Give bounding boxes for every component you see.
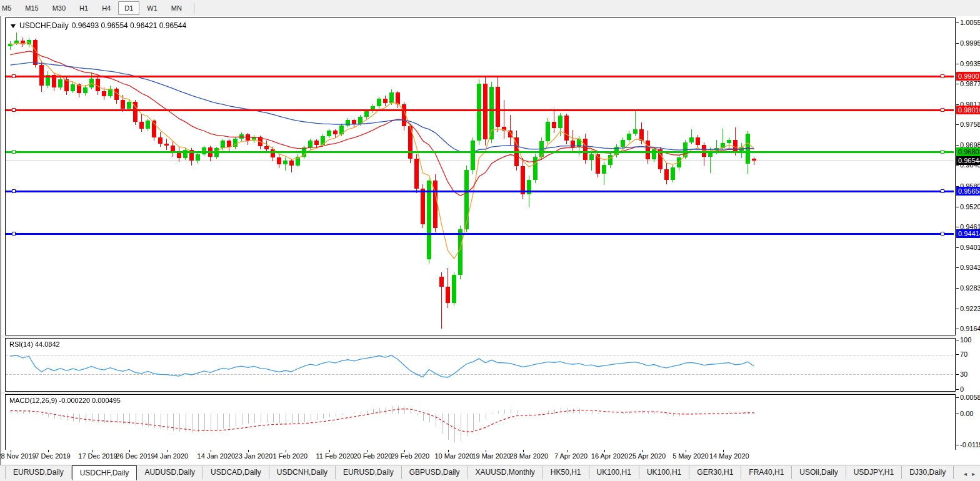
date-axis-label: 11 Feb 2020 — [316, 452, 354, 460]
date-axis-label: 10 Mar 2020 — [434, 452, 473, 460]
price-axis-label: 0.95200 — [960, 203, 980, 211]
price-chart-panel: USDCHF,Daily 0.96493 0.96554 0.96421 0.9… — [5, 17, 956, 335]
date-axis-label: 14 May 2020 — [709, 452, 749, 460]
chart-tab-dj30-daily[interactable]: DJ30,Daily — [902, 466, 954, 479]
tab-scroll-left-icon[interactable]: ◂ — [961, 470, 969, 477]
date-axis-label: 4 Jan 2020 — [154, 452, 188, 460]
price-axis-label: 0.98770 — [960, 80, 980, 88]
timeframe-button-m30[interactable]: M30 — [46, 1, 72, 15]
rsi-axis-label: 30 — [960, 370, 968, 379]
date-axis-label: 29 Feb 2020 — [391, 452, 429, 460]
timeframe-button-m5[interactable]: M5 — [0, 1, 18, 15]
price-axis-label: 0.99955 — [960, 39, 980, 47]
price-axis-label: 0.92830 — [960, 284, 980, 292]
date-axis-label: 7 Apr 2020 — [554, 452, 588, 460]
macd-canvas[interactable] — [6, 395, 954, 449]
hline-price-tag: 0.94414 — [956, 229, 980, 238]
chart-symbol-label: USDCHF,Daily — [19, 21, 69, 30]
rsi-axis-label: 70 — [960, 350, 968, 359]
price-axis-label: 0.99355 — [960, 60, 980, 68]
chart-tab-hk50-h1[interactable]: HK50,H1 — [543, 466, 589, 479]
macd-label: MACD(12,26,9) -0.000220 0.000495 — [9, 397, 121, 404]
price-chart-canvas[interactable] — [6, 18, 954, 334]
hline-price-tag: 0.95658 — [956, 187, 980, 196]
chart-tab-xauusd-monthly[interactable]: XAUUSD,Monthly — [468, 466, 542, 479]
date-axis-label: 25 Apr 2020 — [629, 452, 666, 460]
rsi-axis-label: 100 — [960, 336, 971, 344]
price-axis-label: 0.91645 — [960, 325, 980, 333]
chart-tab-uk100-h1-2[interactable]: UK100,H1 — [639, 466, 689, 479]
chart-tab-usoil-daily[interactable]: USOil,Daily — [792, 466, 846, 479]
chart-tab-fra40-h1[interactable]: FRA40,H1 — [741, 466, 792, 479]
date-axis-label: 19 Mar 2020 — [472, 452, 511, 460]
hline-price-tag: 0.99007 — [956, 72, 980, 81]
chart-tab-uk100-h1-1[interactable]: UK100,H1 — [589, 466, 639, 479]
rsi-label: RSI(14) 44.0842 — [9, 340, 60, 348]
chart-tab-ger30-h1[interactable]: GER30,H1 — [689, 466, 741, 479]
price-axis-label: 0.92230 — [960, 305, 980, 313]
rsi-axis-label: 0 — [960, 385, 964, 394]
timeframe-button-m15[interactable]: M15 — [19, 1, 44, 15]
application-window: M5 M15 M30 H1 H4 D1 W1 MN USDCHF,Daily 0… — [0, 0, 980, 481]
toolbar-separator — [194, 3, 194, 14]
chart-tab-bar: EURUSD,Daily USDCHF,Daily AUDUSD,Daily U… — [0, 465, 980, 481]
chart-tab-gbpusd-daily[interactable]: GBPUSD,Daily — [402, 466, 468, 479]
date-axis-label: 7 Dec 2019 — [35, 452, 70, 460]
macd-axis-label: -0.011514 — [960, 441, 980, 449]
chart-window: USDCHF,Daily 0.96493 0.96554 0.96421 0.9… — [0, 16, 980, 465]
current-price-tag: 0.96544 — [956, 156, 980, 165]
date-axis-label: 16 Apr 2020 — [591, 452, 628, 460]
timeframe-button-w1[interactable]: W1 — [141, 1, 164, 15]
timeframe-button-h1[interactable]: H1 — [73, 1, 94, 15]
date-axis[interactable]: 28 Nov 20197 Dec 201917 Dec 201926 Dec 2… — [5, 450, 980, 465]
symbol-dropdown-icon[interactable] — [11, 24, 16, 28]
tab-scroll-controls: ◂ ▸ — [961, 465, 980, 481]
rsi-canvas[interactable] — [6, 339, 954, 390]
chart-tab-usdcnh-daily[interactable]: USDCNH,Daily — [269, 466, 336, 479]
date-axis-label: 1 Feb 2020 — [272, 452, 308, 460]
chart-title: USDCHF,Daily 0.96493 0.96554 0.96421 0.9… — [9, 21, 186, 30]
price-axis[interactable]: 1.005550.999550.993550.987700.981700.975… — [956, 17, 980, 451]
price-axis-label: 1.00555 — [960, 19, 980, 27]
macd-panel: MACD(12,26,9) -0.000220 0.000495 — [5, 394, 956, 451]
chart-tab-audusd-daily[interactable]: AUDUSD,Daily — [137, 466, 203, 479]
rsi-panel: RSI(14) 44.0842 — [5, 338, 956, 392]
chart-tab-usdcad-daily[interactable]: USDCAD,Daily — [203, 466, 269, 479]
date-axis-label: 14 Jan 2020 — [198, 452, 236, 460]
date-axis-label: 20 Feb 2020 — [353, 452, 392, 460]
date-axis-label: 26 Dec 2019 — [116, 452, 154, 460]
timeframe-button-mn[interactable]: MN — [165, 1, 188, 15]
macd-axis-label: 0.005818 — [960, 394, 980, 402]
date-axis-label: 23 Jan 2020 — [235, 452, 273, 460]
tab-scroll-right-icon[interactable]: ▸ — [969, 470, 978, 477]
macd-axis-label: 0.00 — [960, 410, 973, 418]
timeframe-button-h4[interactable]: H4 — [96, 1, 117, 15]
chart-tab-usdchf-daily[interactable]: USDCHF,Daily — [72, 465, 138, 480]
date-axis-label: 28 Mar 2020 — [509, 452, 548, 460]
hline-price-tag: 0.98010 — [956, 106, 980, 114]
timeframe-button-d1[interactable]: D1 — [118, 1, 139, 15]
hline-price-tag: 0.96803 — [956, 147, 980, 156]
chart-tab-eurusd-daily-2[interactable]: EURUSD,Daily — [336, 466, 402, 479]
price-axis-label: 0.97585 — [960, 121, 980, 129]
chart-tab-eurusd-daily-1[interactable]: EURUSD,Daily — [5, 466, 72, 479]
chart-tab-usdjpy-h1[interactable]: USDJPY,H1 — [846, 466, 902, 479]
date-axis-label: 5 May 2020 — [672, 452, 708, 460]
price-axis-label: 0.93430 — [960, 264, 980, 272]
chart-ohlc-values: 0.96493 0.96554 0.96421 0.96544 — [72, 21, 187, 30]
date-axis-label: 17 Dec 2019 — [78, 452, 117, 460]
timeframe-toolbar: M5 M15 M30 H1 H4 D1 W1 MN — [0, 0, 980, 17]
date-axis-label: 28 Nov 2019 — [0, 452, 36, 460]
price-axis-label: 0.94015 — [960, 244, 980, 252]
